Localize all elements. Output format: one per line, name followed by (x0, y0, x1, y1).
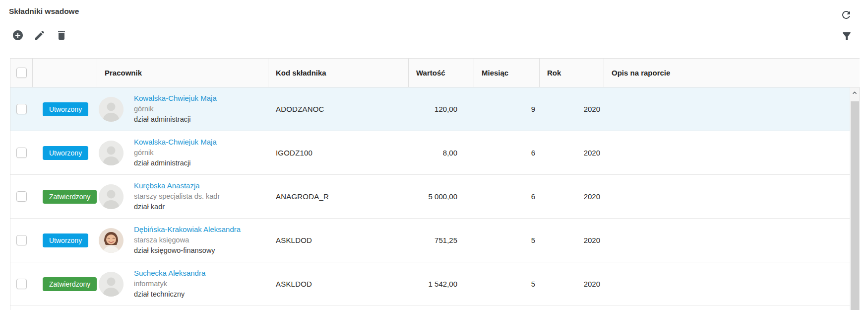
header-description: Opis na raporcie (604, 59, 860, 87)
year-cell: 2020 (540, 175, 604, 218)
value-cell: 8,00 (409, 131, 474, 174)
vertical-scrollbar[interactable] (850, 87, 859, 310)
month-cell: 9 (474, 87, 540, 131)
table-row[interactable]: Utworzony Kowalska-Chwiejuk Maja górnik … (10, 87, 850, 131)
component-code: IGODZ100 (268, 131, 409, 174)
description-cell (604, 219, 850, 262)
year-cell: 2020 (540, 87, 604, 131)
table-body: Utworzony Kowalska-Chwiejuk Maja górnik … (10, 87, 850, 306)
employee-name-link[interactable]: Dębińska-Krakowiak Aleksandra (134, 224, 241, 235)
employee-name-link[interactable]: Kurębska Anastazja (134, 180, 220, 191)
employee-position: górnik (134, 148, 217, 158)
header-year: Rok (540, 59, 604, 87)
scrollbar-up-button[interactable] (850, 87, 859, 100)
description-cell (604, 131, 850, 174)
employee-name-link[interactable]: Kowalska-Chwiejuk Maja (134, 93, 217, 104)
trash-icon (56, 34, 67, 43)
avatar-photo (99, 228, 124, 253)
avatar-placeholder (99, 184, 124, 209)
value-cell: 1 542,00 (409, 262, 474, 306)
employee-position: starszy specjalista ds. kadr (134, 191, 220, 202)
row-checkbox[interactable] (16, 148, 27, 158)
month-cell: 5 (474, 219, 540, 262)
header-value: Wartość (409, 59, 474, 87)
component-code: ASKLDOD (268, 219, 409, 262)
plus-circle-icon (12, 34, 24, 43)
chevron-up-icon (851, 89, 859, 99)
row-checkbox[interactable] (16, 104, 27, 114)
table-row[interactable]: Zatwierdzony Kurębska Anastazja starszy … (10, 175, 850, 219)
header-employee: Pracownik (97, 59, 268, 87)
table-header-row: Pracownik Kod składnika Wartość Miesiąc … (10, 59, 860, 87)
employee-name-link[interactable]: Kowalska-Chwiejuk Maja (134, 137, 217, 148)
employee-department: dział administracji (134, 114, 217, 125)
header-code: Kod składnika (268, 59, 409, 87)
employee-department: dział techniczny (134, 289, 205, 300)
employee-position: górnik (134, 104, 217, 115)
month-cell: 5 (474, 262, 540, 306)
avatar-placeholder (99, 272, 124, 297)
status-badge: Utworzony (43, 146, 88, 160)
description-cell (604, 175, 850, 218)
scrollbar-thumb[interactable] (851, 101, 859, 310)
row-checkbox[interactable] (16, 279, 27, 289)
year-cell: 2020 (540, 262, 604, 306)
month-cell: 6 (474, 175, 540, 218)
value-cell: 120,00 (409, 87, 474, 131)
row-checkbox[interactable] (16, 191, 27, 202)
value-cell: 5 000,00 (409, 175, 474, 218)
status-badge: Zatwierdzony (43, 277, 97, 291)
add-button[interactable] (12, 29, 24, 41)
toolbar (12, 29, 67, 41)
description-cell (604, 262, 850, 306)
refresh-button[interactable] (840, 9, 852, 21)
status-badge: Utworzony (43, 233, 88, 247)
edit-button[interactable] (34, 29, 46, 41)
batch-components-table: Pracownik Kod składnika Wartość Miesiąc … (10, 58, 860, 310)
component-code: ADODZANOC (268, 87, 409, 131)
employee-department: dział kadr (134, 202, 220, 213)
value-cell: 751,25 (409, 219, 474, 262)
filter-button[interactable] (841, 30, 853, 42)
filter-funnel-icon (841, 35, 853, 44)
page-title: Składniki wsadowe (9, 7, 79, 16)
refresh-icon (840, 14, 852, 22)
table-row[interactable]: Utworzony Kowalska-Chwiejuk Maja górnik … (10, 131, 850, 175)
employee-department: dział administracji (134, 158, 217, 169)
select-all-checkbox[interactable] (16, 68, 27, 78)
avatar-placeholder (99, 97, 124, 122)
header-month: Miesiąc (474, 59, 540, 87)
description-cell (604, 87, 850, 131)
status-badge: Utworzony (43, 102, 88, 116)
year-cell: 2020 (540, 219, 604, 262)
delete-button[interactable] (56, 29, 67, 41)
month-cell: 6 (474, 131, 540, 174)
table-row[interactable]: Zatwierdzony Suchecka Aleksandra informa… (10, 262, 850, 306)
header-status (33, 59, 97, 87)
pencil-icon (34, 34, 46, 43)
table-row[interactable]: Utworzony Dębińska-Krakowiak Aleksandra … (10, 219, 850, 262)
status-badge: Zatwierdzony (43, 190, 97, 204)
employee-department: dział księgowo-finansowy (134, 245, 241, 256)
employee-name-link[interactable]: Suchecka Aleksandra (134, 268, 205, 279)
component-code: ASKLDOD (268, 262, 409, 306)
component-code: ANAGRODA_R (268, 175, 409, 218)
employee-position: informatyk (134, 279, 205, 290)
employee-position: starsza księgowa (134, 235, 241, 246)
header-select-cell (10, 59, 33, 87)
year-cell: 2020 (540, 131, 604, 174)
avatar-placeholder (99, 141, 124, 165)
row-checkbox[interactable] (16, 235, 27, 245)
